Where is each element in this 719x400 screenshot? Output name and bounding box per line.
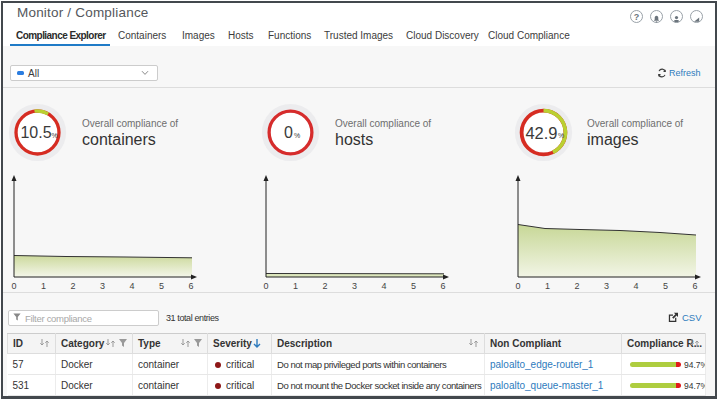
svg-text:4: 4 xyxy=(129,281,134,291)
svg-text:10.5: 10.5 xyxy=(20,124,51,141)
svg-text:1: 1 xyxy=(41,281,46,291)
svg-text:4: 4 xyxy=(381,281,386,291)
svg-text:1: 1 xyxy=(293,281,298,291)
svg-text:2: 2 xyxy=(70,281,75,291)
svg-text:3: 3 xyxy=(100,281,105,291)
svg-text:5: 5 xyxy=(411,281,416,291)
svg-text:2: 2 xyxy=(574,281,579,291)
svg-text:2: 2 xyxy=(322,281,327,291)
svg-text:5: 5 xyxy=(159,281,164,291)
svg-text:42.9: 42.9 xyxy=(525,124,557,142)
svg-text:%: % xyxy=(294,132,300,139)
svg-text:3: 3 xyxy=(604,281,609,291)
svg-text:0: 0 xyxy=(263,281,268,291)
svg-text:3: 3 xyxy=(352,281,357,291)
svg-text:6: 6 xyxy=(440,281,445,291)
svg-text:6: 6 xyxy=(188,281,193,291)
svg-text:0: 0 xyxy=(11,281,16,291)
svg-text:5: 5 xyxy=(663,281,668,291)
svg-text:1: 1 xyxy=(545,281,550,291)
svg-text:%: % xyxy=(52,132,58,139)
svg-text:4: 4 xyxy=(633,281,638,291)
svg-text:6: 6 xyxy=(692,281,697,291)
svg-text:%: % xyxy=(558,132,564,139)
svg-text:0: 0 xyxy=(284,124,293,141)
svg-text:0: 0 xyxy=(515,281,520,291)
